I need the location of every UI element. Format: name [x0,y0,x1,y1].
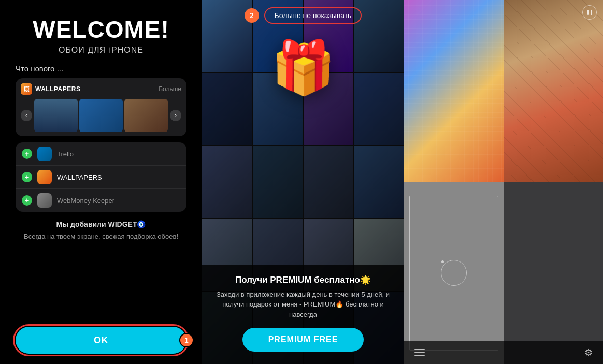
wallpapers-card-title: 🖼 WALLPAPERS [21,83,80,95]
app-add-trello[interactable]: + [22,149,32,159]
premium-free-button[interactable]: PREMIUM FREE [242,328,364,352]
wallpapers-name: WALLPAPERS [57,173,102,181]
middle-topbar: 2 Больше не показывать [202,0,404,31]
wallpapers-app-icon: 🖼 [21,83,32,95]
wallpapers-app-list-icon [37,170,52,184]
strip-image-1 [34,99,78,132]
right-cell-gradient [404,0,504,182]
strip-prev-arrow[interactable]: ‹ [21,110,32,121]
app-row-wallpapers: + WALLPAPERS [16,166,186,189]
wallpapers-more-link[interactable]: Больше [159,85,181,93]
middle-panel: 2 Больше не показывать 🎁 Получи PREMIUM … [202,0,404,364]
mosaic-cell-9 [202,146,252,218]
badge-1: 1 [179,333,194,347]
strip-image-2 [79,99,123,132]
mosaic-cell-8 [354,73,404,145]
trello-name: Trello [57,150,74,158]
welcome-title: WELCOME! [33,16,169,43]
right-cell-cracked [504,0,603,182]
mosaic-cell-10 [253,146,303,218]
widget-desc: Всегда на твоем экране, свежая подборка … [24,231,178,242]
get-premium-desc: Заходи в приложение каждый день в течени… [212,289,394,320]
step-badge-2: 2 [245,8,259,23]
middle-bottom: Получи PREMIUM бесплатно🌟 Заходи в прило… [202,265,404,365]
apps-card: + Trello + WALLPAPERS + WebMoney Keeper [16,142,186,212]
wm-name: WebMoney Keeper [57,197,114,205]
app-row-wm: + WebMoney Keeper [16,189,186,212]
field-center-line [454,196,454,350]
app-add-wm[interactable]: + [22,195,32,206]
settings-gear-icon[interactable]: ⚙ [584,347,593,358]
widget-section: Мы добавили WIDGET🧿 Всегда на твоем экра… [24,220,178,242]
mosaic-cell-11 [304,146,353,218]
left-panel: WELCOME! ОБОИ ДЛЯ iPHONE Что нового ... … [0,0,202,364]
soccer-field [409,196,499,351]
field-center-dot [441,260,444,263]
right-toolbar: ⚙ [404,341,603,364]
widget-title: Мы добавили WIDGET🧿 [24,220,178,228]
right-cell-dark [504,182,603,365]
dismiss-button[interactable]: Больше не показывать [264,7,362,24]
pixel-overlay [404,0,504,182]
wm-icon [37,193,52,208]
whats-new-label: Что нового ... [16,64,63,73]
ham-line-2 [414,352,425,353]
right-cell-soccer [404,182,504,365]
ham-line-1 [414,349,425,350]
strip-next-arrow[interactable]: › [170,110,181,121]
pause-bar-left [587,10,589,15]
hamburger-menu-icon[interactable] [414,349,425,356]
get-premium-title: Получи PREMIUM бесплатно🌟 [235,274,371,285]
crack-overlay [504,0,603,182]
gift-emoji: 🎁 [271,41,336,93]
mosaic-cell-12 [354,146,404,218]
pause-icon[interactable] [582,5,597,20]
wallpapers-card: 🖼 WALLPAPERS Больше ‹ › [16,78,186,136]
strip-images [34,99,168,132]
pause-bar-right [591,10,592,15]
wallpapers-card-header: 🖼 WALLPAPERS Больше [21,83,181,95]
app-row-trello: + Trello [16,142,186,166]
soccer-overlay [404,182,504,365]
app-add-wallpapers[interactable]: + [22,172,32,182]
gift-area: 🎁 [271,41,336,93]
mosaic-cell-5 [202,73,252,145]
strip-image-3 [124,99,168,132]
wallpapers-strip: ‹ › [21,99,181,132]
ok-button[interactable]: OK [16,327,186,354]
ok-button-wrap: OK 1 [16,327,186,354]
right-panel: ⚙ [404,0,603,364]
wallpapers-card-name: WALLPAPERS [35,85,80,93]
subtitle: ОБОИ ДЛЯ iPHONE [59,46,143,55]
ham-line-3 [414,355,425,356]
trello-icon [37,147,52,161]
